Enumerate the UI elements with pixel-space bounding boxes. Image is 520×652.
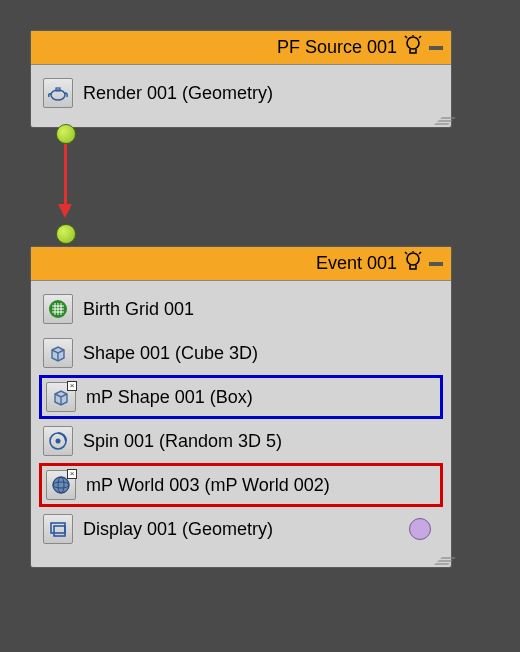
node-header[interactable]: Event 001: [31, 247, 451, 281]
node-header[interactable]: PF Source 001: [31, 31, 451, 65]
operator-row[interactable]: Display 001 (Geometry): [39, 507, 443, 551]
connector-in[interactable]: [56, 224, 76, 244]
lightbulb-icon[interactable]: [403, 35, 423, 61]
operator-row-highlighted[interactable]: × mP Shape 001 (Box): [39, 375, 443, 419]
svg-rect-23: [54, 526, 65, 536]
collapse-icon[interactable]: [429, 46, 443, 50]
grid-icon: [43, 294, 73, 324]
operator-row[interactable]: Spin 001 (Random 3D 5): [39, 419, 443, 463]
node-body: Render 001 (Geometry): [31, 65, 451, 123]
svg-line-8: [419, 252, 421, 254]
node-body: Birth Grid 001 Shape 001 (Cube 3D) × mP …: [31, 281, 451, 559]
svg-line-1: [405, 36, 407, 38]
operator-row[interactable]: Birth Grid 001: [39, 287, 443, 331]
cube-icon: [43, 338, 73, 368]
svg-rect-22: [51, 523, 65, 533]
lightbulb-icon[interactable]: [403, 251, 423, 277]
svg-point-18: [56, 439, 61, 444]
cube-icon: ×: [46, 382, 76, 412]
operator-label: mP World 003 (mP World 002): [86, 475, 330, 496]
svg-point-0: [407, 37, 419, 49]
operator-label: Shape 001 (Cube 3D): [83, 343, 258, 364]
operator-label: mP Shape 001 (Box): [86, 387, 253, 408]
x-badge-icon: ×: [67, 381, 77, 391]
operator-label: Render 001 (Geometry): [83, 83, 273, 104]
flow-arrow-line: [64, 144, 67, 206]
spin-icon: [43, 426, 73, 456]
x-badge-icon: ×: [67, 469, 77, 479]
node-title: Event 001: [316, 253, 397, 274]
operator-label: Spin 001 (Random 3D 5): [83, 431, 282, 452]
display-color-dot[interactable]: [409, 518, 431, 540]
flow-arrow-head-icon: [58, 204, 72, 218]
globe-icon: ×: [46, 470, 76, 500]
collapse-icon[interactable]: [429, 262, 443, 266]
svg-point-19: [53, 477, 69, 493]
operator-row[interactable]: Render 001 (Geometry): [39, 71, 443, 115]
resize-grip[interactable]: [434, 115, 448, 125]
node-event[interactable]: Event 001 Birth Grid 001 Shape 001 (Cube…: [30, 246, 452, 568]
svg-point-6: [407, 253, 419, 265]
operator-row-highlighted[interactable]: × mP World 003 (mP World 002): [39, 463, 443, 507]
svg-line-7: [405, 252, 407, 254]
teapot-icon: [43, 78, 73, 108]
operator-label: Birth Grid 001: [83, 299, 194, 320]
resize-grip[interactable]: [434, 555, 448, 565]
display-icon: [43, 514, 73, 544]
svg-line-2: [419, 36, 421, 38]
operator-label: Display 001 (Geometry): [83, 519, 273, 540]
operator-row[interactable]: Shape 001 (Cube 3D): [39, 331, 443, 375]
node-pf-source[interactable]: PF Source 001 Render 001 (Geometry): [30, 30, 452, 128]
connector-out[interactable]: [56, 124, 76, 144]
node-title: PF Source 001: [277, 37, 397, 58]
